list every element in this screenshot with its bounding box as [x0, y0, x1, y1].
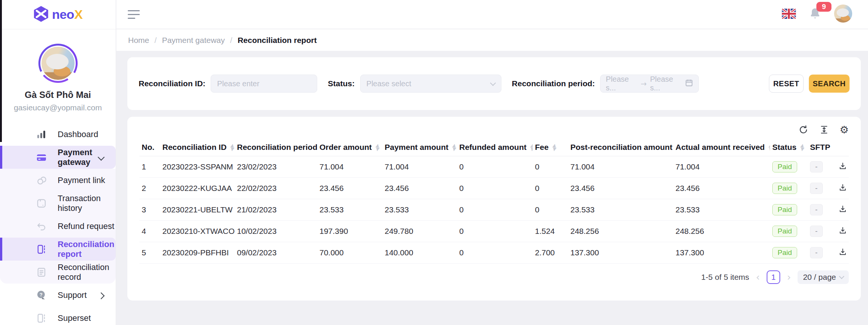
column-order-amount[interactable]: Order amount▲▼ [317, 139, 382, 156]
column-actions [836, 139, 849, 156]
status-select[interactable]: Please select [360, 75, 501, 93]
chevron-down-icon [839, 274, 844, 279]
next-page-icon[interactable]: › [787, 272, 791, 282]
breadcrumb-home[interactable]: Home [128, 36, 149, 45]
column-reconciliation-period: Reconciliation period [235, 139, 317, 156]
breadcrumb: Home / Payment gateway / Reconciliation … [116, 29, 868, 51]
status-badge: Paid [772, 161, 797, 172]
sidebar-item-reconciliation-record[interactable]: Reconciliation record [0, 261, 116, 284]
sort-icon: ▲▼ [552, 143, 556, 151]
breadcrumb-current: Reconciliation report [238, 36, 317, 45]
reset-button[interactable]: RESET [769, 75, 804, 93]
calendar-icon [685, 79, 693, 89]
logo-text: neoX [52, 7, 83, 22]
pagination-total: 1-5 of 5 items [701, 273, 749, 282]
language-flag-icon[interactable] [782, 9, 796, 20]
period-range-picker[interactable]: Please s... → Please s... [600, 75, 699, 93]
sidebar-item-reconciliation-report[interactable]: Reconciliation report [0, 238, 116, 261]
table-row: 1 20230223-SSPANM 23/02/2023 71.004 71.0… [139, 156, 849, 178]
search-button[interactable]: SEARCH [809, 75, 850, 93]
filter-panel: Reconciliation ID: Status: Please select… [127, 57, 861, 110]
reconciliation-id-label: Reconciliation ID: [139, 79, 205, 88]
logo[interactable]: neoX [0, 0, 116, 29]
logo-hexagon-icon [33, 5, 49, 24]
sidebar-item-support[interactable]: ? Support [0, 284, 116, 307]
table-row: 5 20230209-PBFHBI 09/02/2023 70.000 140.… [139, 242, 849, 264]
sftp-badge: - [810, 247, 823, 258]
calendar-box-icon [36, 198, 47, 209]
user-avatar[interactable] [41, 47, 75, 80]
chevron-right-icon [98, 292, 104, 299]
download-icon[interactable] [838, 185, 847, 194]
status-badge: Paid [772, 226, 797, 237]
avatar-ring [38, 44, 78, 83]
sftp-badge: - [810, 161, 823, 172]
left-edge-strip [0, 0, 2, 142]
bar-chart-icon [36, 129, 47, 140]
table-row: 2 20230222-KUGJAA 22/02/2023 23.456 23.4… [139, 178, 849, 199]
sidebar-item-payment-gateway[interactable]: Payment gateway [0, 146, 116, 169]
column-payment-amount[interactable]: Payment amount▲▼ [382, 139, 457, 156]
download-icon[interactable] [838, 228, 847, 237]
user-name: Gà Sốt Phô Mai [0, 90, 116, 100]
pagination: 1-5 of 5 items ‹ 1 › 20 / page [139, 270, 849, 284]
sidebar-item-payment-link[interactable]: Payment link [0, 169, 116, 192]
page-number-button[interactable]: 1 [767, 270, 780, 284]
reconciliation-id-input[interactable] [211, 75, 317, 93]
content-area: Reconciliation ID: Status: Please select… [116, 51, 868, 325]
report-table-panel: ⚙ No. Reconciliation ID▲▼ Reconciliation… [127, 117, 861, 301]
table-row: 4 20230210-XTWACO 10/02/2023 197.390 249… [139, 221, 849, 242]
breadcrumb-payment-gateway[interactable]: Payment gateway [162, 36, 225, 45]
column-post-reconciliation-amount[interactable]: Post-reconciliation amount▲▼ [568, 139, 673, 156]
status-badge: Paid [772, 204, 797, 215]
sidebar-item-dashboard[interactable]: Dashboard [0, 123, 116, 146]
sidebar-toggle-icon[interactable] [128, 10, 140, 19]
table-row: 3 20230221-UBELTW 21/02/2023 23.533 23.5… [139, 199, 849, 221]
gear-icon[interactable]: ⚙ [840, 125, 849, 135]
refresh-icon[interactable] [798, 125, 808, 135]
status-badge: Paid [772, 247, 797, 258]
table-toolbar: ⚙ [139, 121, 849, 138]
sort-icon: ▲▼ [800, 143, 804, 151]
sftp-badge: - [810, 226, 823, 237]
table-header-row: No. Reconciliation ID▲▼ Reconciliation p… [139, 139, 849, 156]
reconciliation-table: No. Reconciliation ID▲▼ Reconciliation p… [139, 139, 849, 264]
column-fee[interactable]: Fee▲▼ [533, 139, 568, 156]
svg-text:?: ? [40, 291, 43, 297]
sort-icon: ▲▼ [452, 143, 455, 151]
download-icon[interactable] [838, 249, 847, 258]
payment-gateway-submenu: Payment link Transaction history Refund … [0, 169, 116, 284]
column-status[interactable]: Status▲▼ [770, 139, 808, 156]
notifications-button[interactable]: 9 [809, 7, 821, 22]
status-badge: Paid [772, 183, 797, 194]
period-label: Reconciliation period: [512, 79, 595, 88]
sort-icon: ▲▼ [376, 143, 379, 151]
superset-icon [36, 313, 47, 324]
prev-page-icon[interactable]: ‹ [756, 272, 760, 282]
status-label: Status: [328, 79, 355, 88]
user-email: gasieucay@yopmail.com [0, 103, 116, 112]
download-icon[interactable] [838, 163, 847, 172]
question-circle-icon: ? [36, 290, 47, 301]
header-avatar[interactable] [834, 5, 852, 24]
download-icon[interactable] [838, 206, 847, 215]
sidebar-item-refund-request[interactable]: Refund request [0, 215, 116, 238]
column-refunded-amount[interactable]: Refunded amount▲▼ [457, 139, 533, 156]
link-icon [36, 175, 47, 186]
report-icon [36, 244, 47, 255]
column-sftp: SFTP [808, 139, 836, 156]
column-reconciliation-id[interactable]: Reconciliation ID▲▼ [160, 139, 235, 156]
sort-icon: ▲▼ [230, 143, 234, 151]
sidebar: neoX Gà Sốt Phô Mai gasieucay@yopmail.co… [0, 0, 116, 325]
column-actual-amount-received[interactable]: Actual amount received▲▼ [673, 139, 770, 156]
sidebar-item-superset[interactable]: Superset [0, 307, 116, 325]
record-icon [36, 267, 47, 278]
app-window: neoX Gà Sốt Phô Mai gasieucay@yopmail.co… [0, 0, 868, 325]
undo-arrow-icon [36, 221, 47, 232]
sftp-badge: - [810, 204, 823, 215]
sidebar-item-transaction-history[interactable]: Transaction history [0, 192, 116, 215]
row-height-icon[interactable] [819, 125, 829, 135]
sort-icon: ▲▼ [530, 143, 533, 151]
sidebar-menu: Dashboard Payment gateway Payment link [0, 123, 116, 325]
page-size-select[interactable]: 20 / page [798, 270, 849, 284]
